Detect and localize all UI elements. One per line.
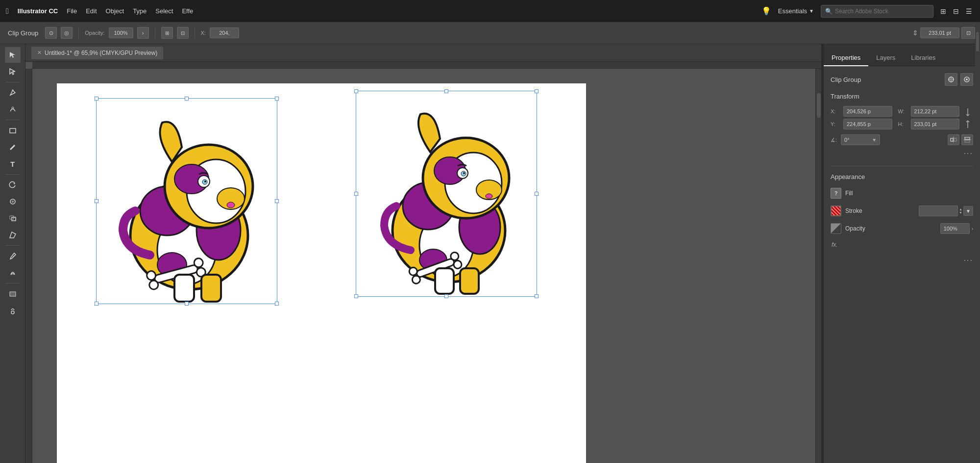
stroke-swatch-container[interactable] [831,206,841,216]
panel-arrange-icon[interactable]: ⊟ [953,7,959,15]
handle2-tl[interactable] [354,89,358,93]
handle-tl[interactable] [95,97,98,101]
transform-grid-btn[interactable]: ⊞ [161,27,173,39]
panel-layout-icon[interactable]: ⊞ [940,7,946,15]
handle-bc[interactable] [185,302,189,306]
canvas-tab[interactable]: ✕ Untitled-1* @ 65,9% (CMYK/GPU Preview) [31,47,163,59]
visibility-btn[interactable] [960,73,973,86]
target-icon-btn[interactable]: ⊙ [45,27,57,39]
rectangle-fill-tool[interactable] [5,286,21,302]
panel-scrollbar[interactable] [975,22,980,463]
ruler-horizontal [32,62,821,69]
y-coord-input[interactable]: 224,855 p [843,119,892,129]
more-options-btn[interactable]: ··· [964,149,973,158]
dog2-container[interactable] [356,91,537,297]
x-coord-label: X: [831,108,841,114]
tab-close-btn[interactable]: ✕ [37,50,42,56]
handle2-bl[interactable] [354,294,358,298]
tab-properties[interactable]: Properties [824,50,868,66]
y-value[interactable]: 233,01 pt [920,27,959,38]
opacity-value[interactable]: 100% [109,27,133,38]
appearance-section: Appearance ? Fill Stroke [831,173,973,265]
rotate-tool[interactable] [5,177,21,193]
eyedropper-tool[interactable] [5,248,21,264]
essentials-button[interactable]: Essentials ▼ [778,7,814,15]
handle-mr[interactable] [275,199,279,203]
opacity-swatch [831,223,841,234]
scroll-bar-v[interactable] [815,69,821,463]
transform-link [962,106,973,130]
selection-tool[interactable] [5,47,21,63]
link-icon[interactable] [962,106,973,130]
menu-file[interactable]: File [67,7,77,15]
handle2-tr[interactable] [535,89,539,93]
fill-swatch[interactable]: ? [831,188,841,199]
handle-br[interactable] [275,302,279,306]
appearance-icon-btn[interactable]: ◎ [61,27,73,39]
handle2-tc[interactable] [444,89,448,93]
handle2-ml[interactable] [354,192,358,196]
handle-tr[interactable] [275,97,279,101]
scale-tool[interactable] [5,210,21,226]
tab-libraries[interactable]: Libraries [903,50,943,66]
warp-tool[interactable] [5,194,21,209]
transform-grid: X: 204,526 p W: 212,22 pt Y: 224,855 p H… [831,106,959,129]
tab-layers[interactable]: Layers [868,50,903,66]
svg-point-5 [12,201,13,203]
curvature-tool[interactable] [5,102,21,117]
transform-section: Transform X: 204,526 p W: 212,22 pt Y: 2… [831,93,973,158]
type-tool[interactable]: T [5,156,21,172]
dog1-container[interactable] [96,98,277,304]
panel-list-icon[interactable]: ☰ [966,7,972,15]
opacity-value-box[interactable]: 100% [940,223,970,234]
pen-tool[interactable] [5,85,21,101]
handle2-br[interactable] [535,294,539,298]
svg-rect-64 [965,137,970,139]
transform-mode-btn[interactable]: ⊡ [961,27,975,39]
handle-tc[interactable] [185,97,189,101]
menu-select[interactable]: Select [155,7,173,15]
toolbar-separator-2 [155,27,155,39]
appearance-more-btn[interactable]: ··· [964,256,973,265]
tab-bar: ✕ Untitled-1* @ 65,9% (CMYK/GPU Preview) [25,44,821,62]
flip-vertical-btn[interactable] [961,134,973,145]
opacity-chevron: › [972,226,973,232]
opacity-arrow-btn[interactable]: › [137,27,149,39]
liquify-tool[interactable] [5,265,21,281]
free-transform-tool[interactable] [5,227,21,243]
apple-icon[interactable]:  [6,7,9,16]
x-value[interactable]: 204, [210,27,239,38]
stroke-menu-btn[interactable]: ▼ [963,206,973,216]
menu-object[interactable]: Object [106,7,124,15]
pencil-tool[interactable] [5,139,21,155]
stroke-value-box[interactable] [919,206,958,216]
stroke-down-btn[interactable]: ▼ [959,211,962,214]
menu-type[interactable]: Type [133,7,147,15]
menu-effect[interactable]: Effe [182,7,193,15]
x-coord-input[interactable]: 204,526 p [843,106,892,117]
menu-edit[interactable]: Edit [86,7,97,15]
handle2-bc[interactable] [444,294,448,298]
properties-clip-group-name: Clip Group [831,76,945,83]
panel-scroll-thumb[interactable] [976,32,979,51]
lightbulb-icon[interactable]: 💡 [761,6,771,16]
w-input[interactable]: 212,22 pt [911,106,960,117]
handle-bl[interactable] [95,302,98,306]
target-circle-btn[interactable] [945,73,957,86]
angle-select[interactable]: 0° ▼ [841,134,880,145]
canvas-bg [32,69,821,463]
h-input[interactable]: 233,01 pt [911,119,960,129]
direct-selection-tool[interactable] [5,64,21,79]
stroke-up-btn[interactable]: ▲ [959,207,962,211]
flip-horizontal-btn[interactable] [948,134,959,145]
handle2-mr[interactable] [535,192,539,196]
align-btn[interactable]: ⊡ [177,27,189,39]
canvas-scroll[interactable] [25,62,821,463]
scroll-thumb-v[interactable] [817,93,821,118]
artboard-tool[interactable] [5,303,21,318]
canvas-area: ✕ Untitled-1* @ 65,9% (CMYK/GPU Preview) [25,44,821,463]
handle-ml[interactable] [95,199,98,203]
rectangle-tool[interactable] [5,123,21,138]
y-coord-label: Y: [831,121,841,127]
search-stock-input[interactable] [835,8,929,15]
